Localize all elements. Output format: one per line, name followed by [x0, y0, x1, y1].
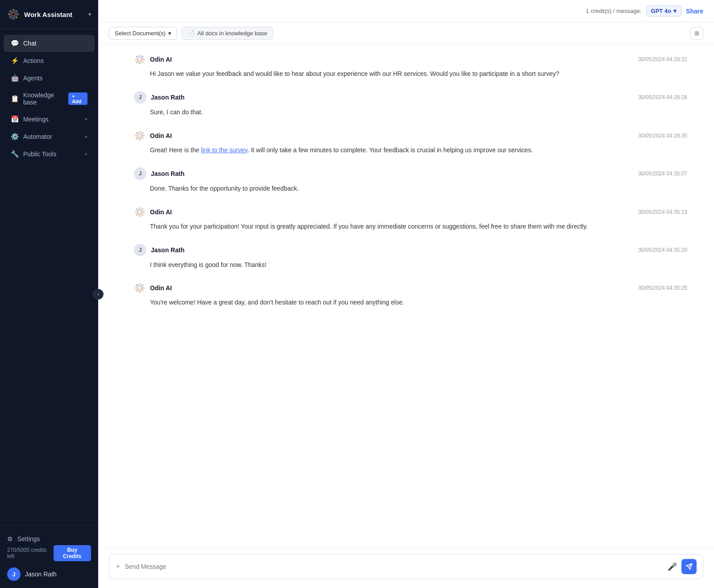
message-text: Thank you for your participation! Your i…	[134, 221, 687, 231]
user-avatar: J	[134, 91, 146, 104]
sender-name: Odin AI	[150, 132, 172, 139]
svg-point-35	[138, 210, 141, 213]
message-header: Odin AI30/05/2024 04:28:35	[134, 130, 687, 142]
settings-item[interactable]: ⚙ Settings	[7, 531, 91, 545]
message-body: Great! Here is the link to the survey. I…	[134, 145, 687, 155]
message-text: Sure, I can do that.	[134, 107, 687, 117]
message-time: 30/05/2024 04:35:13	[638, 209, 687, 215]
sidebar-item-agents[interactable]: 🤖 Agents	[4, 70, 95, 87]
sidebar: Work Assistant ▾ 💬 Chat ⚡ Actions 🤖 Agen…	[0, 0, 98, 588]
credits-per-message: 1 credit(s) / message:	[586, 8, 642, 14]
share-button[interactable]: Share	[686, 8, 703, 15]
message-text: You're welcome! Have a great day, and do…	[134, 297, 687, 307]
svg-point-2	[12, 13, 15, 16]
sidebar-bottom: ⚙ Settings 270/5000 credits left Buy Cre…	[0, 525, 98, 588]
avatar: J	[7, 567, 21, 581]
sidebar-item-label: Public Tools	[23, 150, 56, 158]
sender-name: Odin AI	[150, 209, 172, 216]
message-time: 30/05/2024 04:28:22	[638, 56, 687, 63]
message-header: JJason Rath30/05/2024 04:28:28	[134, 91, 687, 104]
credits-row: 270/5000 credits left Buy Credits	[7, 545, 91, 561]
agents-icon: 🤖	[11, 74, 19, 82]
buy-credits-button[interactable]: Buy Credits	[54, 545, 91, 561]
message-input-box: + 🎤	[109, 554, 703, 579]
message-time: 30/05/2024 04:35:20	[638, 247, 687, 253]
chat-messages: Odin AI30/05/2024 04:28:22Hi Jason we va…	[98, 45, 714, 547]
message-header: Odin AI30/05/2024 04:28:22	[134, 54, 687, 65]
settings-label: Settings	[17, 535, 40, 542]
all-docs-label: All docs in knowledge base	[197, 30, 267, 37]
actions-icon: ⚡	[11, 57, 19, 65]
select-docs-label: Select Document(s)	[115, 30, 166, 37]
model-label: GPT 4o	[651, 8, 672, 14]
settings-icon: ⚙	[7, 535, 13, 542]
svg-point-23	[137, 133, 143, 138]
mic-button[interactable]: 🎤	[668, 562, 677, 571]
message-group: JJason Rath30/05/2024 04:35:20I think ev…	[134, 244, 687, 270]
svg-point-24	[138, 134, 141, 137]
message-time: 30/05/2024 04:28:28	[638, 94, 687, 100]
odin-avatar	[134, 206, 145, 218]
sender-name: Odin AI	[150, 56, 172, 63]
chevron-icon: ▾	[85, 151, 87, 157]
layout-icon: ⊞	[694, 30, 699, 37]
sidebar-item-label: Actions	[23, 57, 44, 64]
collapse-sidebar-button[interactable]: ‹	[93, 289, 104, 300]
message-text: Hi Jason we value your feedback and woul…	[134, 69, 687, 79]
message-time: 30/05/2024 04:35:25	[638, 285, 687, 291]
message-sender: Odin AI	[134, 282, 172, 294]
layout-toggle-button[interactable]: ⊞	[690, 27, 703, 40]
sidebar-item-automator[interactable]: ⚙️ Automator ▾	[4, 128, 95, 145]
message-group: Odin AI30/05/2024 04:35:25You're welcome…	[134, 282, 687, 307]
message-header: Odin AI30/05/2024 04:35:25	[134, 282, 687, 294]
public_tools-icon: 🔧	[11, 150, 19, 158]
model-selector[interactable]: GPT 4o ▾	[646, 5, 682, 17]
sidebar-item-label: Meetings	[23, 116, 49, 123]
sidebar-item-meetings[interactable]: 📅 Meetings ▾	[4, 111, 95, 128]
user-avatar: J	[134, 244, 146, 256]
odin-avatar	[134, 54, 145, 65]
sidebar-item-actions[interactable]: ⚡ Actions	[4, 52, 95, 69]
main-content: 1 credit(s) / message: GPT 4o ▾ Share Se…	[98, 0, 714, 588]
model-chevron-icon: ▾	[673, 8, 677, 14]
message-time: 30/05/2024 04:35:07	[638, 171, 687, 177]
svg-point-46	[138, 287, 141, 290]
doc-bar: Select Document(s) ▾ 📄 All docs in knowl…	[98, 22, 714, 45]
message-sender: Odin AI	[134, 206, 172, 218]
sender-name: Odin AI	[150, 284, 172, 292]
svg-point-12	[137, 57, 143, 63]
select-documents-button[interactable]: Select Document(s) ▾	[109, 27, 177, 40]
odin-avatar	[134, 282, 145, 294]
user-name: Jason Rath	[25, 571, 57, 578]
credits-text: 270/5000 credits left	[7, 547, 54, 559]
sidebar-header[interactable]: Work Assistant ▾	[0, 0, 98, 29]
topbar: 1 credit(s) / message: GPT 4o ▾ Share	[98, 0, 714, 22]
message-sender: JJason Rath	[134, 244, 184, 256]
sidebar-item-chat[interactable]: 💬 Chat	[4, 35, 95, 52]
sidebar-item-label: Chat	[23, 40, 37, 47]
message-group: JJason Rath30/05/2024 04:28:28Sure, I ca…	[134, 91, 687, 117]
sender-name: Jason Rath	[151, 170, 184, 177]
all-docs-tag: 📄 All docs in knowledge base	[182, 27, 273, 40]
sidebar-item-label: Agents	[23, 75, 43, 82]
sidebar-item-knowledge[interactable]: 📋 Knowledge base + Add	[4, 87, 95, 110]
message-time: 30/05/2024 04:28:35	[638, 133, 687, 139]
sender-name: Jason Rath	[151, 94, 184, 101]
message-header: JJason Rath30/05/2024 04:35:07	[134, 167, 687, 180]
message-input[interactable]	[125, 563, 663, 570]
send-button[interactable]	[681, 559, 697, 574]
automator-icon: ⚙️	[11, 133, 19, 141]
add-badge[interactable]: + Add	[68, 92, 87, 105]
select-docs-chevron-icon: ▾	[168, 30, 171, 37]
message-group: JJason Rath30/05/2024 04:35:07Done. Than…	[134, 167, 687, 193]
sidebar-item-label: Knowledge base	[23, 92, 64, 106]
survey-link[interactable]: link to the survey	[201, 146, 247, 154]
knowledge-icon: 📋	[11, 95, 19, 103]
svg-point-34	[137, 209, 143, 215]
sidebar-item-public_tools[interactable]: 🔧 Public Tools ▾	[4, 146, 95, 163]
message-group: Odin AI30/05/2024 04:28:35Great! Here is…	[134, 130, 687, 155]
sidebar-item-label: Automator	[23, 133, 52, 140]
chevron-icon: ▾	[85, 117, 87, 122]
attach-button[interactable]: +	[116, 562, 120, 571]
user-row[interactable]: J Jason Rath	[7, 566, 91, 583]
